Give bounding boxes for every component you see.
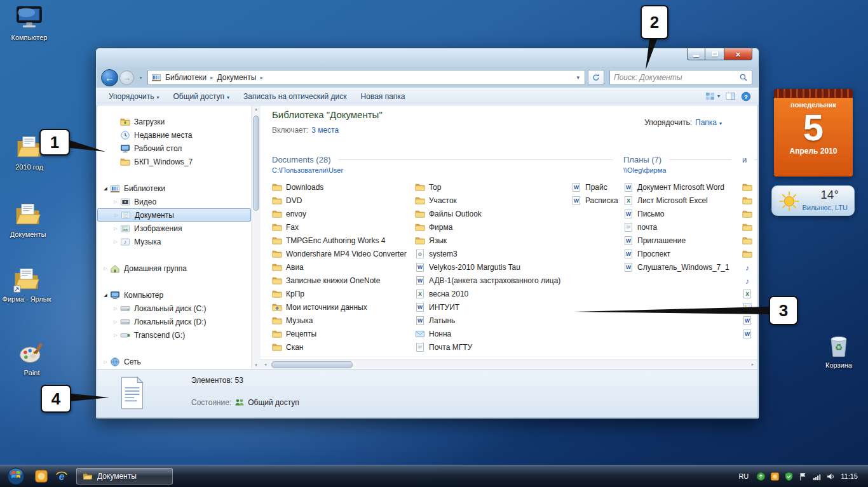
navpane-item[interactable]: ▷Видео — [97, 195, 251, 208]
start-button[interactable] — [5, 466, 27, 486]
desktop-icon[interactable]: Фирма - Ярлык — [1, 265, 53, 304]
file-item[interactable]: Фирма — [415, 220, 560, 234]
desktop-icon[interactable]: Компьютер — [3, 4, 55, 42]
language-indicator[interactable]: RU — [736, 471, 751, 481]
toolbar-button[interactable]: Упорядочить▾ — [104, 90, 164, 103]
navpane-scrollbar[interactable]: ▴ ▾ — [251, 105, 261, 369]
file-item[interactable] — [742, 194, 752, 207]
arrange-value-dropdown[interactable]: Папка — [695, 118, 717, 127]
change-view-button[interactable]: ▾ — [705, 91, 720, 101]
file-item[interactable]: Почта МГТУ — [415, 340, 560, 354]
minimize-button[interactable] — [687, 48, 705, 60]
orange-launcher-button[interactable] — [32, 468, 51, 484]
toolbar-button[interactable]: Общий доступ▾ — [168, 90, 234, 103]
file-item[interactable]: W — [742, 314, 752, 327]
expand-arrow-icon[interactable]: ▷ — [101, 359, 110, 364]
update-orange-icon[interactable] — [770, 472, 780, 481]
file-item[interactable]: Xвесна 2010 — [415, 287, 560, 300]
file-item[interactable]: DVD — [272, 194, 407, 207]
search-box[interactable] — [609, 70, 752, 85]
security-green-icon[interactable] — [784, 472, 794, 481]
navpane-item[interactable]: Рабочий стол — [97, 142, 251, 155]
file-item[interactable]: Рецепты — [272, 327, 407, 340]
desktop-icon[interactable]: ♻Корзина — [813, 331, 865, 370]
scroll-down-icon[interactable]: ▾ — [252, 363, 261, 368]
breadcrumb-documents[interactable]: Документы — [216, 73, 258, 82]
address-history-caret-icon[interactable]: ▾ — [574, 74, 581, 81]
file-item[interactable]: Downloads — [272, 180, 407, 194]
file-item[interactable]: Top — [415, 180, 560, 194]
window-titlebar[interactable]: × — [96, 48, 759, 67]
file-item[interactable]: Файлы Outlook — [415, 207, 560, 220]
group-location-link[interactable]: \\Oleg\фирма — [623, 166, 666, 174]
desktop-icon[interactable]: Документы — [2, 201, 54, 239]
file-item[interactable]: WПроспект — [623, 247, 729, 260]
file-item[interactable] — [742, 207, 752, 220]
expand-arrow-icon[interactable]: ▷ — [111, 226, 120, 231]
expand-arrow-icon[interactable]: ◢ — [101, 293, 110, 298]
file-item[interactable] — [742, 180, 752, 194]
navpane-item[interactable]: Недавние места — [97, 128, 251, 142]
forward-button[interactable]: → — [119, 70, 134, 85]
taskbar-button[interactable]: Документы — [76, 468, 173, 484]
address-bar[interactable]: Библиотеки ▸ Документы ▸ ▾ — [147, 70, 585, 85]
back-button[interactable]: ← — [101, 69, 118, 86]
file-item[interactable] — [742, 234, 752, 247]
toolbar-button[interactable]: Новая папка — [356, 90, 410, 103]
action-center-flag-icon[interactable] — [798, 472, 808, 481]
navpane-item[interactable]: ▷Transcend (G:) — [97, 328, 251, 342]
file-item[interactable]: WПисьмо — [623, 207, 729, 220]
file-item[interactable]: WПрайс — [571, 180, 618, 194]
file-item[interactable]: system3 — [415, 247, 560, 260]
horizontal-scrollbar[interactable]: ◂ ▸ — [261, 359, 757, 369]
scroll-right-icon[interactable]: ▸ — [748, 362, 757, 367]
breadcrumb-libraries[interactable]: Библиотеки — [164, 73, 208, 82]
expand-arrow-icon[interactable]: ▷ — [111, 306, 120, 311]
file-item[interactable] — [742, 300, 752, 314]
maximize-button[interactable] — [705, 48, 724, 60]
file-item[interactable]: Участок — [415, 194, 560, 207]
internet-explorer-button[interactable]: e — [52, 468, 71, 484]
file-item[interactable]: WЛатынь — [415, 314, 560, 327]
group-location-link[interactable]: C:\Пользователи\User — [272, 166, 343, 174]
scrollbar-thumb[interactable] — [253, 116, 259, 211]
group-title[interactable]: и — [742, 155, 747, 164]
file-item[interactable]: Нонна — [415, 327, 560, 340]
network-signal-icon[interactable] — [812, 472, 822, 481]
navpane-item[interactable]: ▷Сеть — [97, 355, 251, 368]
navpane-item[interactable]: ▷Документы — [97, 208, 251, 222]
navpane-item[interactable]: ▷♪Музыка — [97, 235, 251, 248]
preview-pane-button[interactable] — [726, 91, 735, 101]
file-item[interactable]: envoy — [272, 207, 407, 220]
clock[interactable]: 11:15 — [841, 472, 863, 480]
file-item[interactable]: ♪ — [742, 274, 752, 287]
file-item[interactable]: WСлушатель_Windows_7_1 — [623, 260, 729, 274]
navpane-item[interactable]: ▷Изображения — [97, 222, 251, 235]
file-item[interactable]: W — [742, 327, 752, 340]
file-item[interactable]: WДокумент Microsoft Word — [623, 180, 729, 194]
desktop-icon[interactable]: Paint — [6, 339, 58, 377]
expand-arrow-icon[interactable]: ▷ — [111, 333, 120, 338]
help-button[interactable]: ? — [741, 91, 751, 102]
file-item[interactable] — [742, 220, 752, 234]
scroll-left-icon[interactable]: ◂ — [261, 362, 270, 367]
file-item[interactable]: Авиа — [272, 260, 407, 274]
file-item[interactable]: Wondershare MP4 Video Converter — [272, 247, 407, 260]
scrollbar-thumb[interactable] — [271, 361, 353, 368]
group-title[interactable]: Documents (28) — [272, 155, 330, 164]
weather-gadget[interactable]: 14° Вильнюс, LTU — [771, 185, 855, 216]
expand-arrow-icon[interactable]: ▷ — [101, 266, 110, 271]
search-input[interactable] — [614, 73, 739, 82]
close-button[interactable]: × — [724, 48, 752, 60]
file-item[interactable]: X — [742, 287, 752, 300]
file-item[interactable]: WПриглашение — [623, 234, 729, 247]
file-item[interactable]: Язык — [415, 234, 560, 247]
navpane-item[interactable]: ▷Локальный диск (C:) — [97, 302, 251, 315]
scroll-up-icon[interactable]: ▴ — [252, 107, 261, 112]
navpane-item[interactable]: БКП_Windows_7 — [97, 155, 251, 168]
volume-icon[interactable] — [826, 472, 836, 481]
calendar-gadget[interactable]: понедельник 5 Апрель 2010 — [774, 89, 853, 177]
update-green-icon[interactable] — [756, 472, 766, 481]
file-item[interactable]: КрПр — [272, 287, 407, 300]
file-item[interactable]: почта — [623, 220, 729, 234]
